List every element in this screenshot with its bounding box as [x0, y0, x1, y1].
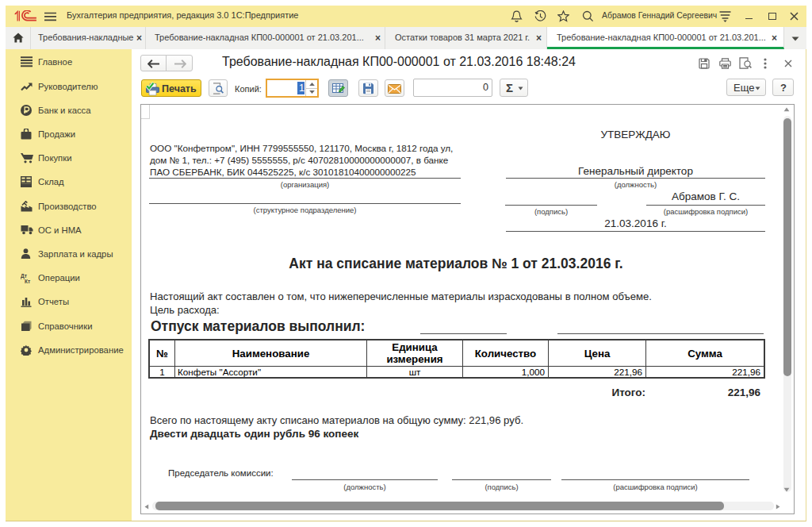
svg-text:Кт: Кт: [25, 279, 30, 284]
